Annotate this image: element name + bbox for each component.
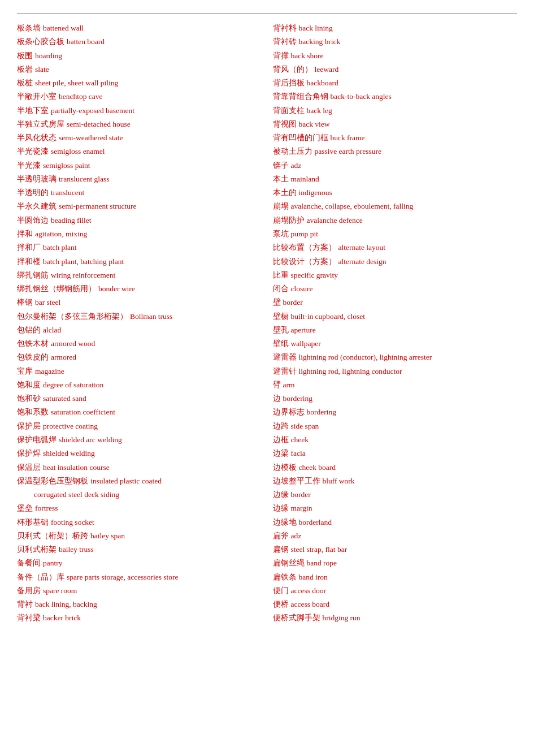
list-item: 板围hoarding	[17, 50, 262, 62]
english-term: cheek board	[299, 461, 336, 474]
chinese-term: 板围	[17, 50, 33, 62]
chinese-term: 背衬砖	[273, 36, 297, 48]
chinese-term: 包铁皮的	[17, 351, 49, 364]
chinese-term: 背衬梁	[17, 612, 41, 624]
english-term: bluff work	[323, 475, 355, 487]
english-term: margin	[291, 502, 312, 515]
chinese-term: 泵坑	[273, 228, 289, 240]
list-item: 便桥式脚手架bridging run	[273, 612, 518, 624]
list-item: 边坡整平工作bluff work	[273, 475, 518, 487]
list-item: 半独立式房屋semi-detached house	[17, 118, 262, 131]
english-term: back-to-back angles	[331, 90, 392, 103]
english-term: insulated plastic coated	[90, 475, 162, 487]
english-term: leeward	[315, 63, 339, 76]
english-term: bridging run	[323, 612, 361, 624]
chinese-term: 扁钢丝绳	[273, 557, 305, 569]
chinese-term: 便桥	[273, 598, 289, 611]
english-term: fortress	[35, 502, 58, 515]
chinese-term: 背撑	[273, 50, 289, 62]
list-item: 半透明的translucent	[17, 187, 262, 199]
english-term: alclad	[43, 324, 61, 336]
chinese-term: 崩塌防护	[273, 214, 305, 227]
chinese-term: 半圆饰边	[17, 214, 49, 227]
english-term: backer brick	[43, 612, 81, 624]
chinese-term: 壁橱	[273, 310, 289, 323]
list-item: 背衬梁backer brick	[17, 612, 262, 624]
chinese-term: 保护电弧焊	[17, 434, 57, 446]
english-term: closure	[291, 283, 313, 295]
english-term: steel strap, flat bar	[291, 543, 348, 556]
content-area: 板条墙battened wall板条心胶合板batten board板围hoar…	[17, 22, 517, 625]
list-item: 便桥access board	[273, 598, 518, 611]
chinese-term: 背靠背组合角钢	[273, 90, 328, 103]
english-term: mainland	[291, 173, 319, 185]
english-term: magazine	[35, 365, 64, 378]
chinese-term: 边	[273, 392, 281, 405]
chinese-term: 便桥式脚手架	[273, 612, 320, 624]
chinese-term: 背面支柱	[273, 105, 305, 117]
english-term: armored	[51, 351, 76, 364]
chinese-term: 边框	[273, 434, 289, 446]
english-term: partially-exposed basement	[51, 105, 134, 117]
page-header	[17, 10, 517, 14]
english-term: pump pit	[291, 228, 318, 240]
chinese-term: 边缘地	[273, 516, 297, 529]
english-term: shielded welding	[43, 447, 95, 460]
english-term: semigloss paint	[43, 159, 90, 172]
english-term: bailey span	[90, 530, 125, 542]
list-item: 壁橱built-in cupboard, closet	[273, 310, 518, 323]
list-item: 背衬料back lining	[273, 22, 518, 34]
list-item: 贝利式桁架bailey truss	[17, 543, 262, 556]
list-item: 边界标志bordering	[273, 406, 518, 418]
list-item: 备餐间pantry	[17, 557, 262, 569]
chinese-term: 背有凹槽的门框	[273, 132, 328, 144]
list-item: 半地下室partially-exposed basement	[17, 105, 262, 117]
chinese-term: 堡垒	[17, 502, 33, 515]
list-item: 崩塌防护avalanche defence	[273, 214, 518, 227]
english-term: cheek	[291, 434, 309, 446]
english-term: bonder wire	[98, 283, 135, 295]
list-item: 保护电弧焊shielded arc welding	[17, 434, 262, 446]
chinese-term: 拌和	[17, 228, 33, 240]
english-term: sheet pile, sheet wall piling	[35, 77, 118, 89]
chinese-term: 壁	[273, 296, 281, 309]
english-term: borderland	[299, 516, 332, 529]
list-item: 背衬back lining, backing	[17, 598, 262, 611]
english-term: heat insulation course	[43, 461, 110, 474]
chinese-term: 半独立式房屋	[17, 118, 64, 131]
english-term: back lining	[299, 22, 333, 34]
chinese-term: 保护焊	[17, 447, 41, 460]
chinese-term: 贝利式（桁架）桥跨	[17, 530, 88, 542]
chinese-term: 半光瓷漆	[17, 145, 49, 158]
english-term: alternate design	[338, 256, 387, 268]
list-item: 边跨side span	[273, 420, 518, 433]
chinese-term: 避雷器	[273, 351, 297, 364]
chinese-term: 本土的	[273, 187, 297, 199]
list-item: 保温层heat insulation course	[17, 461, 262, 474]
english-term: built-in cupboard, closet	[291, 310, 366, 323]
list-item: 绑扎钢丝（绑钢筋用）bonder wire	[17, 283, 262, 295]
chinese-term: 背视图	[273, 118, 297, 131]
english-term: arm	[283, 379, 295, 391]
list-item: 背面支柱back leg	[273, 105, 518, 117]
chinese-term: 被动土压力	[273, 145, 312, 158]
list-item: 板条墙battened wall	[17, 22, 262, 34]
list-item: 边bordering	[273, 392, 518, 405]
list-item: 扁钢丝绳band rope	[273, 557, 518, 569]
list-item: 比较布置（方案）alternate layout	[273, 241, 518, 254]
list-item: 备件（品）库spare parts storage, accessories s…	[17, 571, 262, 584]
list-item: 拌和楼batch plant, batching plant	[17, 256, 262, 268]
list-item: 背衬砖backing brick	[273, 36, 518, 48]
list-item: 半敞开小室benchtop cave	[17, 90, 262, 103]
chinese-term: 板条心胶合板	[17, 36, 64, 48]
chinese-term: 拌和楼	[17, 256, 41, 268]
chinese-term: 半透明的	[17, 187, 49, 199]
english-term: semi-permanent structure	[59, 200, 137, 213]
chinese-term: 比较设计（方案）	[273, 256, 336, 268]
english-term: indigenous	[299, 187, 332, 199]
english-term: band rope	[307, 557, 337, 569]
chinese-term: 包铝的	[17, 324, 41, 336]
chinese-term: 避雷针	[273, 365, 297, 378]
list-item: 壁纸wallpaper	[273, 338, 518, 350]
english-term: adz	[291, 159, 302, 172]
